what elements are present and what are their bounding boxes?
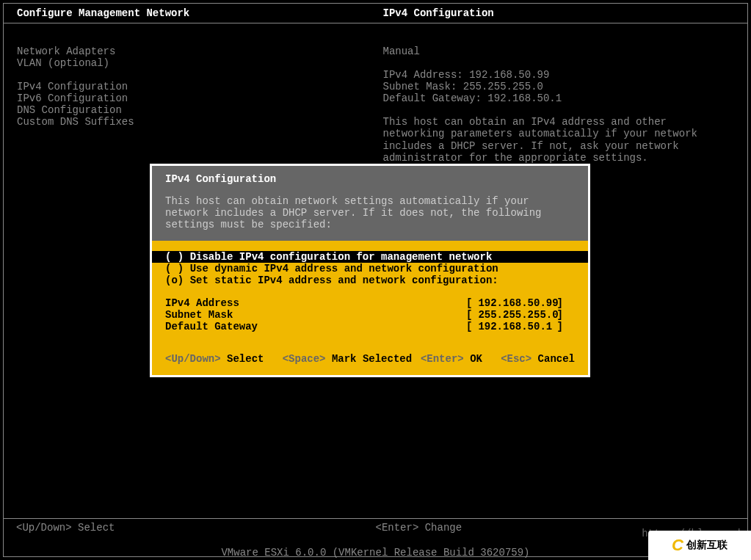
info-description: This host can obtain an IPv4 address and… bbox=[383, 116, 733, 163]
version-bar: VMware ESXi 6.0.0 (VMKernel Release Buil… bbox=[0, 547, 751, 559]
header-title-right: IPv4 Configuration bbox=[376, 7, 748, 19]
updown-action: Select bbox=[227, 353, 264, 365]
logo-c-icon: C bbox=[672, 536, 683, 555]
updown-key-hint: <Up/Down> bbox=[165, 353, 221, 365]
ipv4-config-dialog: IPv4 Configuration This host can obtain … bbox=[150, 164, 590, 377]
field-ipv4-address[interactable]: IPv4 Address [192.168.50.99] bbox=[165, 297, 575, 309]
field-subnet-mask[interactable]: Subnet Mask [255.255.255.0] bbox=[165, 309, 575, 321]
menu-network-adapters[interactable]: Network Adapters bbox=[17, 46, 376, 57]
esc-key-hint: <Esc> bbox=[501, 353, 531, 365]
bottom-updown-key: <Up/Down> bbox=[16, 522, 72, 534]
info-subnet-mask: Subnet Mask: 255.255.255.0 bbox=[383, 81, 733, 92]
option-disable-ipv4[interactable]: ( ) Disable IPv4 configuration for manag… bbox=[152, 251, 588, 263]
header-title-left: Configure Management Network bbox=[4, 7, 376, 19]
logo-text: 创新互联 bbox=[686, 539, 728, 552]
info-ipv4-address: IPv4 Address: 192.168.50.99 bbox=[383, 69, 733, 81]
cancel-action[interactable]: Cancel bbox=[538, 353, 575, 365]
dialog-description: This host can obtain network settings au… bbox=[165, 195, 575, 230]
bottom-enter-key: <Enter> bbox=[376, 522, 419, 534]
mode-label: Manual bbox=[383, 46, 733, 57]
ok-action[interactable]: OK bbox=[470, 353, 482, 365]
bottom-updown-action: Select bbox=[78, 522, 115, 534]
bottom-enter-action: Change bbox=[425, 522, 462, 534]
dialog-footer: <Up/Down> Select <Space> Mark Selected <… bbox=[152, 346, 588, 375]
menu-ipv6-config[interactable]: IPv6 Configuration bbox=[17, 92, 376, 104]
main-content: Network Adapters VLAN (optional) IPv4 Co… bbox=[4, 23, 747, 164]
static-fields: IPv4 Address [192.168.50.99] Subnet Mask… bbox=[152, 287, 588, 343]
option-dynamic-ipv4[interactable]: ( ) Use dynamic IPv4 address and network… bbox=[152, 263, 588, 274]
enter-key-hint: <Enter> bbox=[421, 353, 464, 365]
dialog-header: IPv4 Configuration This host can obtain … bbox=[152, 166, 588, 241]
space-key-hint: <Space> bbox=[283, 353, 326, 365]
menu-custom-dns[interactable]: Custom DNS Suffixes bbox=[17, 116, 376, 128]
space-action: Mark Selected bbox=[332, 353, 412, 365]
bottom-bar: <Up/Down> Select <Enter> Change bbox=[3, 518, 748, 537]
option-static-ipv4[interactable]: (o) Set static IPv4 address and network … bbox=[152, 274, 588, 286]
left-menu: Network Adapters VLAN (optional) IPv4 Co… bbox=[4, 46, 376, 164]
header-row: Configure Management Network IPv4 Config… bbox=[4, 4, 747, 23]
field-default-gateway[interactable]: Default Gateway [192.168.50.1] bbox=[165, 321, 575, 332]
info-panel: Manual IPv4 Address: 192.168.50.99 Subne… bbox=[376, 46, 748, 164]
menu-dns-config[interactable]: DNS Configuration bbox=[17, 104, 376, 116]
info-default-gateway: Default Gateway: 192.168.50.1 bbox=[383, 92, 733, 104]
dialog-title: IPv4 Configuration bbox=[165, 173, 575, 185]
menu-vlan[interactable]: VLAN (optional) bbox=[17, 57, 376, 69]
menu-ipv4-config[interactable]: IPv4 Configuration bbox=[17, 81, 376, 92]
dialog-body: ( ) Disable IPv4 configuration for manag… bbox=[152, 241, 588, 346]
logo-badge: C 创新互联 bbox=[648, 531, 751, 560]
